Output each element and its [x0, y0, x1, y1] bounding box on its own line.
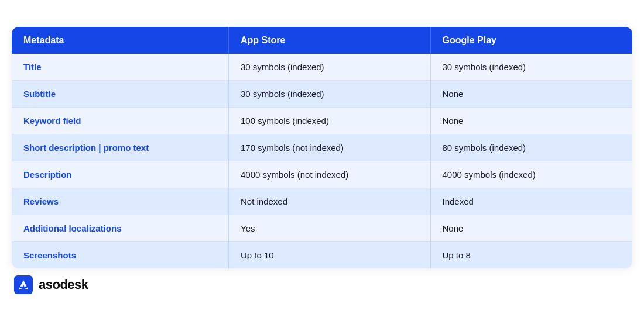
cell-googleplay: None — [431, 81, 633, 108]
metadata-comparison-table: Metadata App Store Google Play Title30 s… — [12, 27, 632, 268]
table-row: Description4000 symbols (not indexed)400… — [12, 161, 632, 188]
cell-metadata: Keyword field — [12, 108, 229, 134]
header-googleplay: Google Play — [431, 27, 633, 54]
cell-metadata: Screenshots — [12, 242, 229, 268]
table-header-row: Metadata App Store Google Play — [12, 27, 632, 54]
brand-name: asodesk — [39, 277, 88, 292]
footer: asodesk — [12, 268, 632, 294]
table-row: ScreenshotsUp to 10Up to 8 — [12, 242, 632, 268]
table-row: Subtitle30 symbols (indexed)None — [12, 81, 632, 108]
cell-appstore: 4000 symbols (not indexed) — [229, 161, 431, 188]
cell-metadata: Title — [12, 54, 229, 81]
cell-googleplay: None — [431, 215, 633, 242]
cell-metadata: Reviews — [12, 188, 229, 215]
cell-googleplay: Indexed — [431, 188, 633, 215]
svg-rect-1 — [20, 287, 27, 288]
cell-metadata: Subtitle — [12, 81, 229, 108]
cell-metadata: Description — [12, 161, 229, 188]
table-row: Short description | promo text170 symbol… — [12, 134, 632, 161]
cell-metadata: Additional localizations — [12, 215, 229, 242]
table-row: ReviewsNot indexedIndexed — [12, 188, 632, 215]
header-appstore: App Store — [229, 27, 431, 54]
cell-appstore: Yes — [229, 215, 431, 242]
comparison-table-container: Metadata App Store Google Play Title30 s… — [12, 27, 632, 268]
cell-appstore: 30 symbols (indexed) — [229, 54, 431, 81]
cell-googleplay: 30 symbols (indexed) — [431, 54, 633, 81]
header-metadata: Metadata — [12, 27, 229, 54]
table-row: Additional localizationsYesNone — [12, 215, 632, 242]
cell-googleplay: None — [431, 108, 633, 134]
table-row: Title30 symbols (indexed)30 symbols (ind… — [12, 54, 632, 81]
cell-googleplay: 80 symbols (indexed) — [431, 134, 633, 161]
table-row: Keyword field100 symbols (indexed)None — [12, 108, 632, 134]
cell-appstore: Up to 10 — [229, 242, 431, 268]
cell-googleplay: Up to 8 — [431, 242, 633, 268]
cell-metadata: Short description | promo text — [12, 134, 229, 161]
cell-appstore: 100 symbols (indexed) — [229, 108, 431, 134]
cell-appstore: 170 symbols (not indexed) — [229, 134, 431, 161]
cell-appstore: Not indexed — [229, 188, 431, 215]
asodesk-logo-icon — [14, 275, 33, 294]
cell-appstore: 30 symbols (indexed) — [229, 81, 431, 108]
cell-googleplay: 4000 symbols (indexed) — [431, 161, 633, 188]
